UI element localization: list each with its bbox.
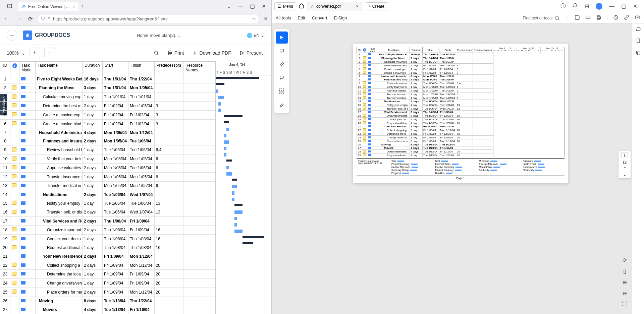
- menu-button[interactable]: ☰Menu: [274, 2, 296, 10]
- task-row[interactable]: 18 Organize important 2 days Thu 1/08/04…: [0, 225, 215, 234]
- task-row[interactable]: 14 Notifications 2 days Tue 1/06/04 Wed …: [0, 190, 215, 199]
- print-button[interactable]: Print: [165, 48, 186, 58]
- task-row[interactable]: 22 Collect shopping a 2 days Fri 1/09/04…: [0, 261, 215, 270]
- col-pred[interactable]: Predecessors: [154, 62, 183, 75]
- task-row[interactable]: 17 Vital Services and Re 2 days Thu 1/08…: [0, 217, 215, 225]
- task-bar[interactable]: [234, 223, 237, 227]
- task-row[interactable]: 5 Create a moving-exp 1 day Fri 1/02/04 …: [0, 110, 215, 119]
- summary-bar[interactable]: [224, 121, 229, 123]
- col-finish[interactable]: Finish: [128, 62, 154, 75]
- zoom-out-button[interactable]: −: [44, 48, 55, 58]
- avatar[interactable]: [596, 3, 602, 10]
- task-row[interactable]: 20 Request additional r 1 day Thu 1/08/0…: [0, 243, 215, 252]
- back-button[interactable]: ←: [3, 14, 11, 23]
- bell-icon[interactable]: [573, 3, 578, 10]
- rotate-icon[interactable]: ⟳: [623, 257, 627, 263]
- edit-link[interactable]: Edit: [298, 15, 305, 20]
- pencil-tool[interactable]: [276, 58, 288, 70]
- zoom-display[interactable]: 100% ⌄: [7, 50, 25, 56]
- maximize-icon[interactable]: ▢: [621, 3, 626, 9]
- summary-bar[interactable]: [243, 236, 264, 238]
- task-bar[interactable]: [226, 172, 232, 176]
- chevron-down-icon[interactable]: ⌄: [227, 3, 231, 9]
- page-down-icon[interactable]: ⌄: [623, 173, 626, 177]
- task-bar[interactable]: [218, 102, 221, 106]
- task-bar[interactable]: [218, 96, 224, 99]
- maximize-icon[interactable]: ▢: [250, 3, 255, 9]
- page-up-icon[interactable]: ⌃: [623, 166, 626, 171]
- minimize-icon[interactable]: —: [238, 3, 243, 9]
- cloud-icon[interactable]: [585, 15, 591, 21]
- task-bar[interactable]: [226, 166, 229, 169]
- apps-icon[interactable]: ⊞: [585, 3, 589, 9]
- col-name[interactable]: Task Name: [36, 62, 83, 75]
- task-bar[interactable]: [218, 109, 221, 112]
- fullscreen-icon[interactable]: ⛶: [622, 301, 627, 307]
- task-row[interactable]: 11 Appraise valuables 2 days Mon 1/05/04…: [0, 163, 215, 172]
- comment-tool[interactable]: [276, 45, 288, 57]
- task-row[interactable]: 10 Verify that your belo 1 day Mon 1/05/…: [0, 154, 215, 164]
- copy-icon[interactable]: [636, 50, 641, 57]
- col-info[interactable]: i: [10, 62, 19, 75]
- zoom-out-icon[interactable]: ⊖: [623, 290, 627, 297]
- task-row[interactable]: 16 Transfer, sell, or dis 2 days Tue 1/0…: [0, 208, 215, 217]
- star-icon[interactable]: ☆: [252, 16, 256, 21]
- close-window-icon[interactable]: ✕: [633, 3, 637, 9]
- col-id[interactable]: ID: [0, 62, 10, 75]
- task-bar[interactable]: [216, 89, 218, 93]
- task-row[interactable]: 25 Place orders for new 2 days Fri 1/09/…: [0, 288, 215, 297]
- chat-icon[interactable]: [636, 26, 641, 33]
- task-row[interactable]: 3 Calculate moving exp 1 day Thu 1/01/04…: [0, 92, 215, 102]
- browser-tab[interactable]: Free Online Viewer | Free Group ×: [18, 2, 78, 11]
- task-row[interactable]: 8 Finances and Insurance 2 days Mon 1/05…: [0, 137, 215, 145]
- download-button[interactable]: Download PDF: [190, 48, 233, 58]
- task-bar[interactable]: [232, 185, 237, 188]
- summary-bar[interactable]: [216, 83, 224, 85]
- task-bar[interactable]: [234, 230, 243, 233]
- link-icon[interactable]: [624, 15, 629, 21]
- zoom-in-icon[interactable]: ⊕: [623, 279, 627, 286]
- find-field[interactable]: Find text or tools: [523, 15, 560, 21]
- task-bar[interactable]: [224, 153, 226, 156]
- summary-bar[interactable]: [224, 115, 243, 117]
- col-mode[interactable]: Task Mode: [19, 62, 36, 75]
- col-start[interactable]: Start: [103, 62, 128, 75]
- task-row[interactable]: 9 Review household f 1 day Tue 1/06/04 T…: [0, 145, 215, 154]
- forward-button[interactable]: →: [15, 14, 23, 23]
- mail-icon[interactable]: [635, 15, 640, 21]
- task-row[interactable]: 21 Your New Residence 2 days Fri 1/09/04…: [0, 252, 215, 261]
- url-bar[interactable]: https://products.groupdocs.app/viewer/ap…: [38, 15, 259, 23]
- task-row[interactable]: 26 Moving 8 days Tue 1/13/04 Thu 1/22/04: [0, 297, 215, 305]
- task-row[interactable]: 1 Five to Eight Weeks Before 16 days Thu…: [0, 75, 215, 83]
- task-row[interactable]: 12 Transfer insurance p 1 day Mon 1/05/0…: [0, 172, 215, 181]
- task-row[interactable]: 19 Contact your docto 1 day Thu 1/08/04 …: [0, 234, 215, 243]
- star-icon[interactable]: ☆: [311, 4, 314, 9]
- pdf-canvas[interactable]: ID i Task Mode Task Name Duration Start …: [289, 23, 632, 314]
- col-duration[interactable]: Duration: [83, 62, 103, 75]
- pdf-document-tab[interactable]: ☆ converted.pdf ×: [307, 2, 362, 11]
- task-row[interactable]: 13 Transfer medical in 1 day Mon 1/05/04…: [0, 181, 215, 190]
- gantt-chart[interactable]: Jan 4, '04 TFSSMTWTFSS: [215, 61, 271, 314]
- summary-bar[interactable]: [216, 77, 259, 79]
- task-row[interactable]: 15 Notify your employ 1 day Tue 1/06/04 …: [0, 199, 215, 208]
- esign-link[interactable]: E-Sign: [334, 15, 347, 20]
- minimize-icon[interactable]: —: [609, 3, 614, 9]
- task-row[interactable]: 27 Movers 4 days Tue 1/13/04 Fri 1/16/04: [0, 305, 215, 314]
- task-row[interactable]: 4 Determine the best m 2 days Fri 1/02/0…: [0, 102, 215, 111]
- summary-bar[interactable]: [234, 204, 243, 206]
- summary-bar[interactable]: [226, 160, 232, 162]
- logo[interactable]: ⊞ GROUPDOCS: [23, 30, 70, 40]
- help-icon[interactable]: ⓘ: [560, 3, 566, 10]
- print-icon[interactable]: [596, 15, 601, 21]
- pointer-tool[interactable]: [276, 32, 288, 44]
- home-icon[interactable]: [299, 3, 304, 10]
- task-row[interactable]: 23 Determine the loca 1 day Fri 1/09/04 …: [0, 270, 215, 279]
- page-current[interactable]: 1: [621, 152, 628, 158]
- zoom-in-button[interactable]: +: [30, 48, 40, 58]
- task-bar[interactable]: [234, 210, 243, 214]
- text-tool[interactable]: A: [276, 85, 288, 97]
- app-back-button[interactable]: ←: [7, 30, 17, 41]
- close-window-icon[interactable]: ✕: [262, 3, 266, 9]
- language-selector[interactable]: 🌐 EN ⌄: [247, 33, 265, 38]
- present-button[interactable]: Present: [237, 48, 265, 58]
